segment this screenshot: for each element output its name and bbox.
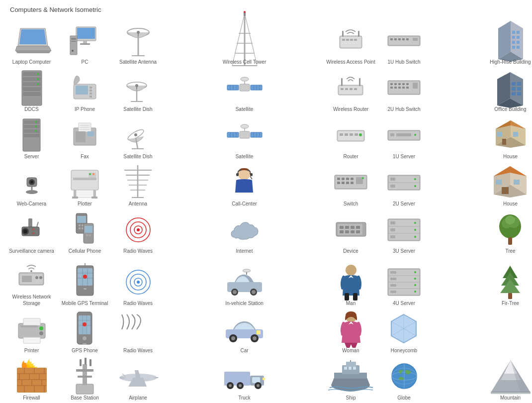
woman-icon [331,313,371,345]
internet[interactable]: Internet [218,209,271,256]
svg-rect-198 [346,178,349,180]
man[interactable]: Man [324,256,377,308]
svg-rect-268 [22,276,32,282]
svg-point-85 [241,77,249,81]
truck[interactable]: Truck [218,356,271,403]
empty-cell-r-c6 [271,162,324,209]
invehicle-station-icon [225,266,265,298]
2u-hub-switch[interactable]: 2U Hub Switch [377,67,431,114]
cellular-phone[interactable]: Cellular Phone [58,209,111,256]
fir-tree-label: Fir-Tree [502,300,519,306]
svg-point-240 [137,228,140,231]
call-center-label: Call-Center [232,201,257,207]
radio-waves2-icon [118,266,158,298]
svg-rect-6 [83,41,87,43]
satellite-dish1-icon [118,72,158,104]
satellite2[interactable]: Satellite [218,114,271,162]
office-building-icon [491,72,531,104]
satellite-dish2[interactable]: Satellite Dish [111,114,165,162]
mobile-gps[interactable]: Mobile GPS Terminal [58,256,111,308]
svg-rect-255 [390,221,395,224]
svg-rect-202 [346,182,349,184]
ship[interactable]: Ship [324,356,377,403]
svg-rect-379 [346,362,356,367]
house2[interactable]: House [484,162,532,209]
wireless-router[interactable]: Wireless Router [324,67,377,114]
svg-point-62 [37,78,39,80]
svg-point-27 [244,11,246,13]
woman-label: Woman [342,347,359,354]
house1[interactable]: House [484,114,532,162]
4u-server-icon [384,266,424,298]
svg-rect-359 [80,359,82,366]
pc[interactable]: PC [58,20,111,67]
svg-rect-181 [72,197,78,199]
airplane[interactable]: Airplane [111,356,165,403]
fir-tree[interactable]: Fir-Tree [484,256,532,308]
svg-rect-31 [346,39,349,41]
office-building[interactable]: Office Building [484,67,532,114]
satellite1[interactable]: Satellite [218,67,271,114]
tree-label: Tree [505,248,515,254]
fax[interactable]: Fax [58,114,111,162]
svg-point-225 [32,228,34,230]
web-camera[interactable]: Web-Camera [5,162,58,209]
satellite-antenna[interactable]: Satellite Antenna [111,20,165,67]
empty-cell-r-c9 [431,162,484,209]
satellite-dish1[interactable]: Satellite Dish [111,67,165,114]
firewall-label: Firewall [23,395,40,401]
laptop-computer[interactable]: Laptop Computer [5,20,58,67]
high-rise-building[interactable]: High-Rise Building [484,20,532,67]
server[interactable]: Server [5,114,58,162]
wireless-cell-tower[interactable]: Wireless Cell Tower [218,20,271,67]
svg-rect-47 [512,31,515,34]
antenna[interactable]: Antenna [111,162,165,209]
tree[interactable]: Tree [484,209,532,256]
svg-rect-80 [251,85,262,90]
gps-phone[interactable]: GPS Phone [58,308,111,356]
car[interactable]: Car [218,308,271,356]
4u-server[interactable]: 4U Server [377,256,431,308]
plotter[interactable]: Plotter [58,162,111,209]
call-center[interactable]: Call-Center [218,162,271,209]
svg-point-223 [23,229,27,233]
svg-rect-302 [390,284,396,287]
ddcs[interactable]: DDCS [5,67,58,114]
empty-cell-r-c4 [165,256,218,308]
invehicle-station[interactable]: In-vehicle Station [218,256,271,308]
globe[interactable]: Globe [377,356,431,403]
2u-server[interactable]: 2U Server [377,162,431,209]
svg-rect-182 [91,197,97,199]
radio-waves1[interactable]: Radio Waves [111,209,165,256]
plotter-label: Plotter [78,201,92,207]
3u-server[interactable]: 3U Server [377,209,431,256]
base-station[interactable]: Base Station [58,356,111,403]
tree-icon [491,213,531,246]
invehicle-station-label: In-vehicle Station [225,300,264,306]
radio-waves2[interactable]: Radio Waves [111,256,165,308]
firewall[interactable]: Firewall [5,356,58,403]
svg-point-132 [134,133,137,136]
1u-hub-switch[interactable]: 1U Hub Switch [377,20,431,67]
svg-point-326 [83,336,87,340]
svg-rect-248 [345,230,349,233]
gps-phone-label: GPS Phone [72,347,98,354]
device[interactable]: Device [324,209,377,256]
mountain-icon [491,360,531,393]
empty-cell-r-c9 [431,209,484,256]
1u-server[interactable]: 1U Server [377,114,431,162]
wireless-access-point[interactable]: Wireless Access Point [324,20,377,67]
surveillance-camera[interactable]: Surveillance camera [5,209,58,256]
ip-phone[interactable]: IP Phone [58,67,111,114]
radio-waves3[interactable]: Radio Waves [111,308,165,356]
printer[interactable]: Printer [5,308,58,356]
honeycomb[interactable]: Honeycomb [377,308,431,356]
switch[interactable]: Switch [324,162,377,209]
mountain[interactable]: Mountain [484,356,532,403]
router[interactable]: Router [324,114,377,162]
svg-rect-93 [359,78,360,86]
surveillance-camera-icon [12,213,52,246]
woman[interactable]: Woman [324,308,377,356]
ddcs-icon [12,72,52,104]
wireless-storage[interactable]: Wireless Network Storage [5,256,58,308]
